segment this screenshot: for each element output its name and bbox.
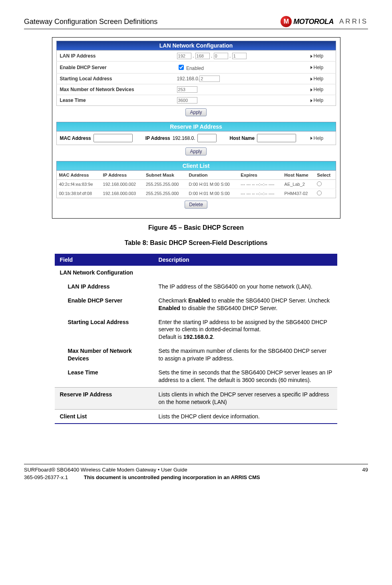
max-devices-input[interactable] [177, 86, 197, 93]
max-devices-label: Max Number of Network Devices [56, 84, 174, 95]
table-caption: Table 8: Basic DHCP Screen-Field Descrip… [24, 239, 368, 247]
help-link[interactable]: Help [307, 51, 336, 62]
field-desc: Checkmark Enabled to enable the SBG6400 … [154, 294, 337, 315]
section-reserve-ip: Reserve IP Address [55, 387, 153, 409]
lan-form-table: LAN IP Address . . . Help Enable DHCP Se… [56, 50, 336, 106]
lan-ip-label: LAN IP Address [56, 51, 174, 62]
col-select: Select [314, 171, 336, 180]
field-name: Enable DHCP Server [55, 294, 153, 315]
reserve-form-row: MAC Address IP Address 192.168.0. Host N… [56, 131, 336, 145]
lan-panel-title: LAN Network Configuration [56, 41, 336, 50]
select-radio[interactable] [317, 191, 322, 195]
reserve-mac-input[interactable] [94, 134, 133, 142]
reserve-mac-label: MAC Address [60, 135, 91, 141]
page-header: Gateway Configuration Screen Definitions… [24, 16, 368, 29]
help-link[interactable]: Help [307, 62, 336, 74]
ip-octet-3[interactable] [214, 53, 228, 59]
starting-addr-value: 192.168.0. [174, 74, 307, 84]
dhcp-enable-label: Enable DHCP Server [56, 62, 174, 74]
screenshot-figure: LAN Network Configuration LAN IP Address… [52, 37, 340, 219]
field-desc: Enter the starting IP address to be assi… [154, 315, 337, 344]
section-lan-config: LAN Network Configuration [55, 266, 337, 280]
ip-octet-2[interactable] [195, 53, 210, 59]
select-radio[interactable] [317, 181, 322, 186]
chevron-right-icon [310, 78, 312, 81]
chevron-right-icon [310, 55, 312, 58]
col-mac: MAC Address [56, 171, 101, 180]
table-row: 00:1b:38:bf:df:08 192.168.000.003 255.25… [56, 189, 336, 198]
table-row: 40:2c:f4:ea:83:9e 192.168.000.002 255.25… [56, 180, 336, 189]
reserve-host-input[interactable] [257, 134, 296, 142]
field-desc: Sets the maximum number of clients for t… [154, 344, 337, 366]
lease-time-input[interactable] [177, 97, 197, 103]
field-desc: Sets the time in seconds that the SBG640… [154, 366, 337, 387]
help-link[interactable]: Help [310, 135, 332, 141]
help-link[interactable]: Help [307, 74, 336, 84]
header-description: Description [154, 254, 337, 266]
footer-doc-number: 365-095-26377-x.1 [24, 474, 68, 480]
col-duration: Duration [186, 171, 238, 180]
ip-octet-1[interactable] [177, 53, 191, 59]
field-desc: Lists the DHCP client device information… [154, 409, 337, 424]
col-hostname: Host Name [282, 171, 315, 180]
apply-button[interactable]: Apply [185, 147, 206, 155]
field-name: Starting Local Address [55, 315, 153, 344]
chevron-right-icon [310, 137, 312, 140]
lan-ip-value: . . . [174, 51, 307, 62]
dhcp-enable-value: Enabled [174, 62, 307, 74]
delete-button[interactable]: Delete [185, 201, 207, 209]
field-desc: The IP address of the SBG6400 on your ho… [154, 280, 337, 294]
field-name: LAN IP Address [55, 280, 153, 294]
footer-notice: This document is uncontrolled pending in… [84, 474, 260, 480]
motorola-wordmark: MOTOROLA [293, 18, 334, 26]
arris-wordmark: ARRIS [339, 18, 368, 26]
logo-group: M MOTOROLA ARRIS [281, 16, 368, 27]
footer-page-number: 49 [362, 467, 368, 473]
help-link[interactable]: Help [307, 95, 336, 106]
field-description-table: Field Description LAN Network Configurat… [55, 254, 337, 424]
starting-addr-label: Starting Local Address [56, 74, 174, 84]
help-link[interactable]: Help [307, 84, 336, 95]
starting-addr-input[interactable] [199, 76, 220, 82]
clientlist-panel-title: Client List [56, 161, 336, 171]
reserve-ip-label: IP Address [145, 135, 170, 141]
chevron-right-icon [310, 99, 312, 102]
field-name: Max Number of Network Devices [55, 344, 153, 366]
field-desc: Lists clients in which the DHCP server r… [154, 387, 337, 409]
reserve-ip-input[interactable] [197, 134, 217, 142]
header-title: Gateway Configuration Screen Definitions [24, 18, 157, 26]
apply-button[interactable]: Apply [185, 108, 206, 116]
chevron-right-icon [310, 66, 312, 69]
chevron-right-icon [310, 88, 312, 92]
client-list-table: MAC Address IP Address Subnet Mask Durat… [56, 171, 336, 198]
dhcp-enable-checkbox[interactable] [179, 65, 184, 70]
footer-product: SURFboard® SBG6400 Wireless Cable Modem … [24, 467, 187, 473]
figure-caption: Figure 45 – Basic DHCP Screen [24, 224, 368, 231]
col-ip: IP Address [101, 171, 143, 180]
page-footer: SURFboard® SBG6400 Wireless Cable Modem … [24, 464, 368, 480]
header-field: Field [55, 254, 153, 266]
reserve-panel-title: Reserve IP Address [56, 122, 336, 131]
section-client-list: Client List [55, 409, 153, 424]
ip-octet-4[interactable] [232, 53, 247, 59]
motorola-logo-icon: M [281, 16, 292, 27]
col-mask: Subnet Mask [143, 171, 186, 180]
col-expires: Expires [238, 171, 282, 180]
reserve-host-label: Host Name [229, 135, 255, 141]
lease-time-label: Lease Time [56, 95, 174, 106]
field-name: Lease Time [55, 366, 153, 387]
